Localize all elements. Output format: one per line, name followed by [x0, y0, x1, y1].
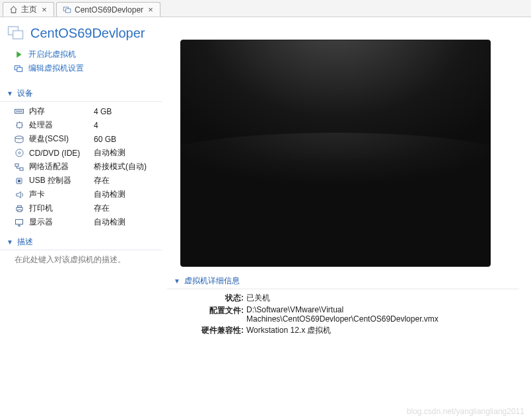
disc-icon	[13, 149, 25, 157]
edit-vm-settings-link[interactable]: 编辑虚拟机设置	[13, 63, 162, 74]
memory-icon	[13, 108, 25, 115]
device-row-sound[interactable]: 声卡 自动检测	[0, 188, 162, 201]
tab-vm[interactable]: CentOS69Devloper ×	[56, 2, 160, 17]
hard-disk-icon	[13, 135, 25, 143]
left-pane: CentOS69Devloper 开启此虚拟机 编辑虚拟机设置	[0, 17, 162, 420]
svg-rect-1	[65, 9, 70, 13]
devices-section: ▼ 设备 内存 4 GB 处理器 4 硬盘(SCSI) 60 GB	[0, 86, 162, 229]
svg-rect-23	[18, 180, 20, 182]
device-value: 桥接模式(自动)	[94, 161, 147, 172]
chevron-down-icon: ▼	[174, 277, 180, 285]
device-value: 4 GB	[94, 107, 112, 116]
device-row-disk[interactable]: 硬盘(SCSI) 60 GB	[0, 132, 162, 146]
svg-point-18	[15, 149, 22, 157]
vm-title-row: CentOS69Devloper	[0, 21, 162, 48]
action-label: 开启此虚拟机	[28, 49, 76, 60]
action-label: 编辑虚拟机设置	[28, 63, 84, 74]
device-name: 处理器	[29, 120, 94, 131]
vm-tab-icon	[62, 5, 71, 15]
svg-rect-3	[13, 31, 23, 39]
device-row-display[interactable]: 显示器 自动检测	[0, 215, 162, 229]
device-value: 存在	[94, 203, 110, 214]
svg-point-19	[18, 152, 20, 154]
detail-key: 硬件兼容性:	[199, 325, 244, 336]
vm-details-section: ▼ 虚拟机详细信息 状态: 已关机 配置文件: D:\Software\VMwa…	[162, 273, 519, 337]
device-row-memory[interactable]: 内存 4 GB	[0, 104, 162, 118]
device-name: 硬盘(SCSI)	[29, 133, 94, 145]
svg-rect-5	[17, 67, 22, 71]
close-icon[interactable]: ×	[147, 6, 155, 14]
detail-value: D:\Software\VMware\Virtual Machines\Cent…	[246, 305, 511, 324]
svg-rect-25	[17, 205, 21, 207]
device-row-printer[interactable]: 打印机 存在	[0, 201, 162, 215]
section-header-details[interactable]: ▼ 虚拟机详细信息	[167, 273, 519, 289]
section-title: 设备	[17, 88, 33, 99]
chevron-down-icon: ▼	[7, 90, 13, 97]
device-value: 自动检测	[94, 217, 125, 228]
detail-row-config: 配置文件: D:\Software\VMware\Virtual Machine…	[199, 304, 519, 324]
device-name: 内存	[29, 106, 94, 117]
device-value: 自动检测	[94, 189, 125, 200]
detail-key: 配置文件:	[199, 305, 244, 324]
home-icon	[9, 5, 18, 15]
section-title: 虚拟机详细信息	[184, 275, 240, 287]
usb-icon	[13, 177, 25, 185]
device-row-usb[interactable]: USB 控制器 存在	[0, 174, 162, 188]
device-name: 显示器	[29, 217, 94, 228]
device-value: 存在	[94, 175, 110, 186]
close-icon[interactable]: ×	[40, 6, 48, 14]
sound-icon	[13, 191, 25, 199]
detail-key: 状态:	[199, 293, 244, 304]
detail-row-state: 状态: 已关机	[199, 292, 519, 304]
svg-rect-26	[17, 209, 21, 211]
printer-icon	[13, 205, 25, 213]
play-icon	[13, 50, 24, 60]
device-name: USB 控制器	[29, 175, 94, 186]
vm-icon	[7, 24, 25, 42]
description-placeholder[interactable]: 在此处键入对该虚拟机的描述。	[0, 253, 162, 268]
svg-rect-12	[17, 123, 21, 127]
device-row-cddvd[interactable]: CD/DVD (IDE) 自动检测	[0, 146, 162, 160]
device-row-cpu[interactable]: 处理器 4	[0, 118, 162, 132]
right-pane: ▼ 虚拟机详细信息 状态: 已关机 配置文件: D:\Software\VMwa…	[162, 17, 531, 420]
device-value: 60 GB	[94, 135, 116, 144]
svg-rect-21	[20, 168, 23, 170]
device-value: 4	[94, 121, 98, 130]
tab-bar: 主页 × CentOS69Devloper ×	[0, 0, 531, 17]
detail-value: 已关机	[246, 293, 270, 304]
page-title: CentOS69Devloper	[30, 26, 145, 41]
power-on-vm-link[interactable]: 开启此虚拟机	[13, 49, 162, 60]
cpu-icon	[13, 121, 25, 129]
description-section: ▼ 描述 在此处键入对该虚拟机的描述。	[0, 234, 162, 268]
tab-label: CentOS69Devloper	[75, 5, 143, 15]
detail-row-compat: 硬件兼容性: Workstation 12.x 虚拟机	[199, 324, 519, 337]
vm-actions: 开启此虚拟机 编辑虚拟机设置	[0, 48, 162, 81]
device-name: 打印机	[29, 203, 94, 214]
section-header-description[interactable]: ▼ 描述	[0, 234, 162, 250]
settings-icon	[13, 63, 24, 74]
device-name: 网络适配器	[29, 161, 94, 172]
tab-label: 主页	[21, 4, 37, 15]
device-name: CD/DVD (IDE)	[29, 149, 94, 158]
svg-rect-27	[16, 219, 23, 224]
device-value: 自动检测	[94, 147, 125, 158]
device-list: 内存 4 GB 处理器 4 硬盘(SCSI) 60 GB CD/DVD (IDE…	[0, 104, 162, 229]
device-name: 声卡	[29, 189, 94, 200]
network-icon	[13, 163, 25, 171]
main-layout: CentOS69Devloper 开启此虚拟机 编辑虚拟机设置	[0, 17, 531, 420]
section-title: 描述	[17, 236, 33, 248]
chevron-down-icon: ▼	[7, 238, 13, 246]
tab-home[interactable]: 主页 ×	[3, 2, 54, 17]
watermark-text: blog.csdn.net/yangliangliang2011	[407, 407, 524, 416]
detail-value: Workstation 12.x 虚拟机	[246, 325, 331, 336]
display-icon	[13, 219, 25, 227]
svg-point-17	[15, 136, 23, 139]
vm-preview-thumbnail[interactable]	[180, 40, 491, 267]
svg-rect-20	[15, 164, 18, 166]
section-header-devices[interactable]: ▼ 设备	[0, 86, 162, 102]
device-row-network[interactable]: 网络适配器 桥接模式(自动)	[0, 160, 162, 174]
